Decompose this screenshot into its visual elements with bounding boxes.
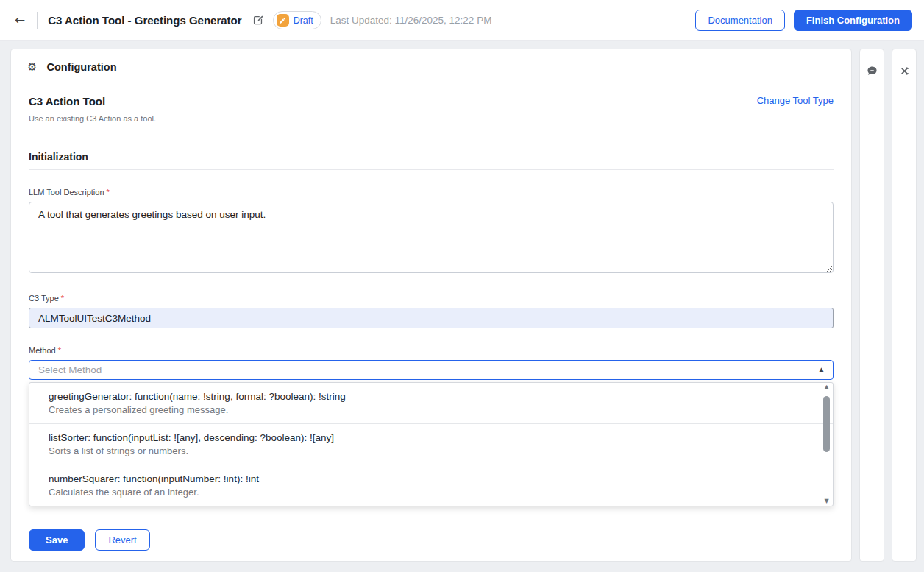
- last-updated-text: Last Updated: 11/26/2025, 12:22 PM: [330, 15, 492, 26]
- tools-panel: [892, 49, 917, 562]
- method-dropdown: greetingGenerator: function(name: !strin…: [29, 382, 834, 506]
- method-select[interactable]: ▲: [29, 360, 834, 380]
- c3-type-label: C3 Type*: [29, 294, 834, 303]
- method-label: Method*: [29, 346, 834, 355]
- required-asterisk: *: [61, 294, 64, 303]
- draft-pencil-icon: [277, 14, 289, 27]
- dropdown-option-number-squarer[interactable]: numberSquarer: function(inputNumber: !in…: [29, 465, 833, 506]
- edit-title-button[interactable]: [252, 15, 264, 27]
- c3-type-input[interactable]: [29, 308, 834, 328]
- option-signature: listSorter: function(inputList: ![any], …: [49, 432, 811, 443]
- tool-type-title: C3 Action Tool: [29, 95, 105, 107]
- documentation-button[interactable]: Documentation: [695, 10, 784, 31]
- tool-type-subtitle: Use an existing C3 Action as a tool.: [29, 114, 834, 133]
- status-badge-label: Draft: [294, 15, 313, 26]
- initialization-heading: Initialization: [29, 151, 834, 170]
- option-description: Sorts a list of strings or numbers.: [49, 445, 811, 456]
- required-asterisk: *: [58, 346, 61, 355]
- edit-pencil-square-icon: [252, 15, 264, 27]
- page-title: C3 Action Tool - Greetings Generator: [48, 14, 241, 27]
- chevron-up-icon[interactable]: ▲: [819, 367, 824, 373]
- back-button[interactable]: ←: [12, 12, 28, 29]
- header-divider: [37, 12, 38, 29]
- configuration-panel-header: ⚙ Configuration: [11, 49, 851, 85]
- configuration-panel: ⚙ Configuration C3 Action Tool Change To…: [10, 49, 852, 562]
- required-asterisk: *: [107, 188, 110, 197]
- scrollbar-thumb[interactable]: [823, 396, 830, 452]
- finish-configuration-button[interactable]: Finish Configuration: [794, 10, 912, 31]
- tools-icon: [899, 66, 910, 77]
- configuration-panel-body: C3 Action Tool Change Tool Type Use an e…: [11, 85, 851, 506]
- status-badge: Draft: [273, 11, 321, 29]
- change-tool-type-link[interactable]: Change Tool Type: [757, 95, 834, 106]
- save-button[interactable]: Save: [29, 529, 85, 551]
- configuration-panel-title: Configuration: [46, 61, 116, 73]
- dropdown-scrollbar[interactable]: ▲ ▼: [822, 384, 831, 504]
- gear-icon: ⚙: [27, 62, 37, 73]
- comments-panel: [859, 49, 884, 562]
- method-select-input[interactable]: [29, 364, 819, 375]
- dropdown-option-list-sorter[interactable]: listSorter: function(inputList: ![any], …: [29, 423, 833, 465]
- top-header: ← C3 Action Tool - Greetings Generator D…: [0, 0, 924, 41]
- revert-button[interactable]: Revert: [95, 529, 149, 551]
- scroll-down-icon[interactable]: ▼: [824, 498, 828, 504]
- comment-bubble-icon: [867, 66, 878, 77]
- llm-tool-description-label: LLM Tool Description*: [29, 188, 834, 197]
- option-description: Calculates the square of an integer.: [49, 487, 811, 498]
- option-description: Creates a personalized greeting message.: [49, 404, 811, 415]
- dropdown-option-greeting-generator[interactable]: greetingGenerator: function(name: !strin…: [29, 383, 833, 423]
- tools-toggle-button[interactable]: [899, 66, 910, 77]
- back-arrow-icon: ←: [15, 13, 25, 27]
- workspace: ⚙ Configuration C3 Action Tool Change To…: [0, 41, 924, 572]
- option-signature: numberSquarer: function(inputNumber: !in…: [49, 473, 811, 484]
- scroll-up-icon[interactable]: ▲: [824, 384, 828, 390]
- llm-tool-description-input[interactable]: [29, 202, 834, 273]
- option-signature: greetingGenerator: function(name: !strin…: [49, 391, 811, 402]
- comments-toggle-button[interactable]: [867, 66, 878, 77]
- panel-footer: Save Revert: [11, 520, 851, 561]
